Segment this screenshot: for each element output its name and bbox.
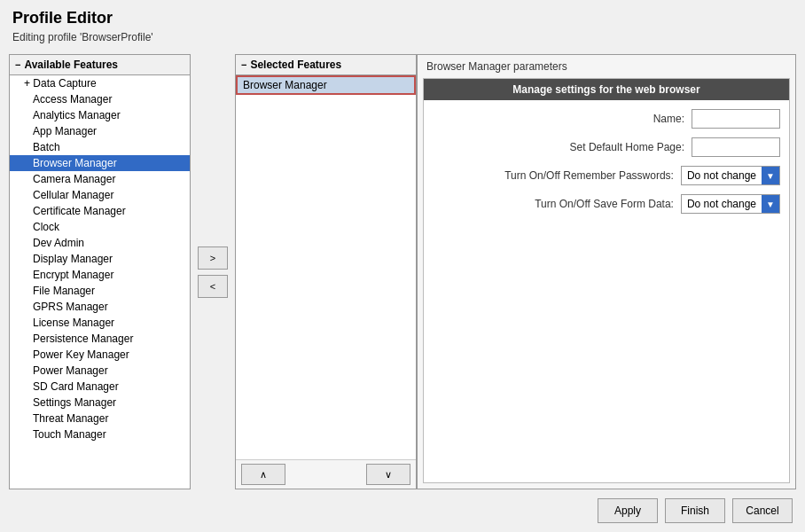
list-item[interactable]: SD Card Manager [10,379,190,395]
list-item[interactable]: Analytics Manager [10,107,190,123]
name-row: Name: [433,109,780,129]
remember-passwords-select-wrapper: Do not change ▼ [681,166,780,185]
remember-passwords-value: Do not change [682,168,762,184]
home-page-row: Set Default Home Page: [433,137,780,157]
selected-panel-title: Selected Features [250,59,341,71]
remember-passwords-row: Turn On/Off Remember Passwords: Do not c… [433,166,780,185]
remember-passwords-dropdown-button[interactable]: ▼ [762,167,779,184]
add-feature-button[interactable]: > [198,246,228,270]
move-down-button[interactable]: ∨ [366,464,410,485]
browser-manager-selected-item[interactable]: Browser Manager [236,75,416,95]
list-item[interactable]: File Manager [10,283,190,299]
params-inner: Manage settings for the web browser Name… [423,78,790,483]
data-capture-toggle: + [24,77,33,90]
list-item[interactable]: License Manager [10,315,190,331]
list-item[interactable]: Display Manager [10,251,190,267]
params-panel-title: Browser Manager parameters [418,55,795,78]
profile-editor-window: Profile Editor Editing profile 'BrowserP… [0,0,805,532]
save-form-data-value: Do not change [682,196,762,212]
move-up-button[interactable]: ∧ [241,464,285,485]
selected-features-list: Browser Manager [236,75,416,459]
name-input[interactable] [692,109,780,129]
available-toggle[interactable]: − [15,59,20,70]
browser-manager-available-item[interactable]: Browser Manager [10,155,190,171]
remember-passwords-label: Turn On/Off Remember Passwords: [504,169,674,182]
list-item[interactable]: Persistence Manager [10,331,190,347]
list-item[interactable]: Encrypt Manager [10,267,190,283]
home-page-input[interactable] [692,137,780,157]
params-form: Name: Set Default Home Page: Turn On/Off… [424,100,789,223]
window-title: Profile Editor [12,9,793,27]
apply-button[interactable]: Apply [598,498,658,523]
list-item[interactable]: App Manager [10,123,190,139]
cancel-button[interactable]: Cancel [732,498,793,523]
list-item[interactable]: Dev Admin [10,235,190,251]
list-item[interactable]: Touch Manager [10,426,190,442]
available-panel-title: Available Features [24,59,118,71]
remove-feature-button[interactable]: < [198,275,228,298]
list-item[interactable]: Power Manager [10,363,190,379]
available-features-list: + Data Capture Access Manager Analytics … [10,75,190,489]
available-features-panel: − Available Features + Data Capture Acce… [9,54,191,489]
transfer-arrows: > < [191,54,235,489]
params-header: Manage settings for the web browser [424,79,789,100]
list-item[interactable]: Access Manager [10,91,190,107]
title-bar: Profile Editor Editing profile 'BrowserP… [0,0,805,54]
list-item[interactable]: Cellular Manager [10,187,190,203]
selected-features-panel: − Selected Features Browser Manager ∧ ∨ [235,54,417,489]
save-form-data-select-wrapper: Do not change ▼ [681,194,780,214]
list-item[interactable]: Camera Manager [10,171,190,187]
selected-panel-header: − Selected Features [236,55,416,75]
finish-button[interactable]: Finish [665,498,725,523]
list-item[interactable]: GPRS Manager [10,299,190,315]
updown-buttons: ∧ ∨ [236,459,416,489]
list-item[interactable]: Certificate Manager [10,203,190,219]
list-item[interactable]: Settings Manager [10,395,190,411]
available-panel-header: − Available Features [10,55,190,75]
subtitle: Editing profile 'BrowserProfile' [12,31,793,43]
list-item[interactable]: Clock [10,219,190,235]
list-item[interactable]: Power Key Manager [10,347,190,363]
list-item[interactable]: + Data Capture [10,75,190,91]
save-form-data-label: Turn On/Off Save Form Data: [535,198,674,210]
home-page-label: Set Default Home Page: [570,141,684,153]
main-content: − Available Features + Data Capture Acce… [0,54,805,489]
save-form-data-row: Turn On/Off Save Form Data: Do not chang… [433,194,780,214]
list-item[interactable]: Threat Manager [10,411,190,426]
footer: Apply Finish Cancel [0,489,805,532]
name-label: Name: [653,113,684,125]
save-form-data-dropdown-button[interactable]: ▼ [762,195,779,213]
parameters-panel: Browser Manager parameters Manage settin… [417,54,796,489]
selected-toggle[interactable]: − [241,59,246,70]
list-item[interactable]: Batch [10,139,190,155]
